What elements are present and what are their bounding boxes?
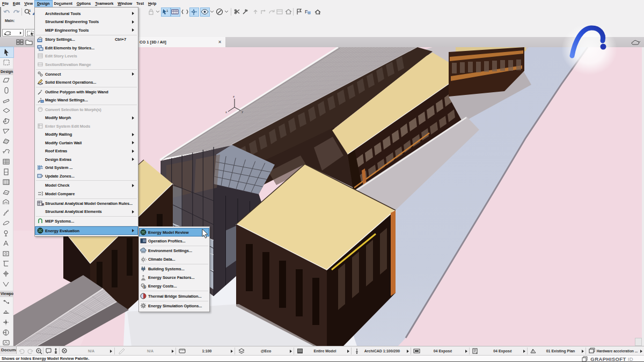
svg-text:y: y [241, 110, 243, 113]
svg-text:1: 1 [166, 9, 169, 12]
svg-text:R: R [42, 203, 44, 206]
svg-text:z: z [233, 95, 235, 98]
svg-text:x: x [225, 110, 227, 114]
